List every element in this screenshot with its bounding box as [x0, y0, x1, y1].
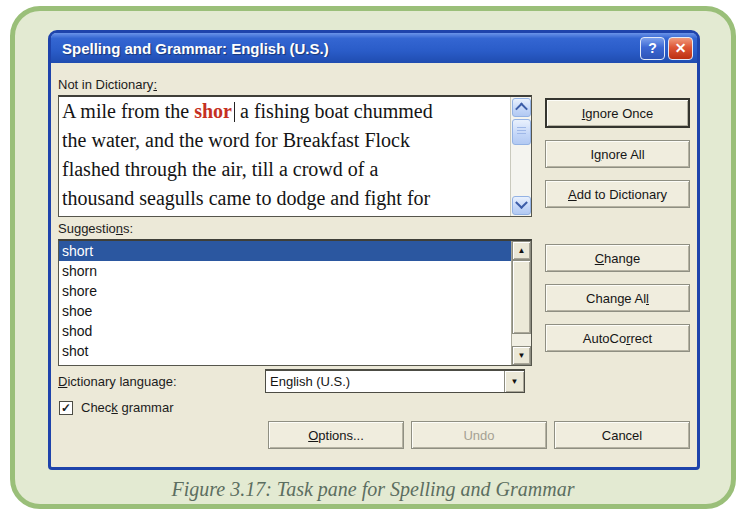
add-to-dictionary-button[interactable]: Add to Dictionary — [545, 180, 690, 208]
text-line: the water, and the word for Breakfast Fl… — [62, 126, 508, 155]
close-icon: ✕ — [675, 40, 687, 56]
suggestions-listbox: short shorn shore shoe shod shot ▲ ▼ — [58, 239, 532, 366]
suggestions-scrollbar[interactable]: ▲ ▼ — [511, 241, 531, 365]
cancel-button[interactable]: Cancel — [554, 421, 690, 449]
dropdown-button[interactable]: ▼ — [504, 371, 524, 392]
misspelled-word: shor — [194, 100, 232, 122]
change-button[interactable]: Change — [545, 244, 690, 272]
options-button[interactable]: Options... — [268, 421, 404, 449]
list-item[interactable]: short — [59, 241, 511, 261]
text-line: A mile from the shor a fishing boat chum… — [62, 97, 508, 126]
autocorrect-button[interactable]: AutoCorrect — [545, 324, 690, 352]
list-item[interactable]: shorn — [59, 261, 511, 281]
checkmark-icon: ✓ — [61, 402, 71, 414]
textbox-scrollbar[interactable] — [510, 97, 531, 216]
scroll-up-button[interactable] — [512, 98, 531, 117]
figure-caption: Figure 3.17: Task pane for Spelling and … — [15, 478, 731, 501]
scrollbar-thumb[interactable] — [512, 260, 531, 334]
undo-button: Undo — [411, 421, 547, 449]
suggestions-label: Suggestions: — [58, 221, 133, 236]
ignore-all-button[interactable]: Ignore All — [545, 140, 690, 168]
triangle-down-icon: ▼ — [518, 351, 526, 360]
scroll-down-button[interactable] — [512, 196, 531, 215]
textbox-content: A mile from the shor a fishing boat chum… — [59, 97, 510, 216]
scroll-up-button[interactable]: ▲ — [512, 241, 531, 260]
help-button[interactable]: ? — [640, 37, 665, 60]
ignore-once-button[interactable]: Ignore Once — [545, 98, 690, 128]
dialog-body: Not in Dictionary: A mile from the shor … — [51, 63, 697, 467]
text-line: flashed through the air, till a crowd of… — [62, 155, 508, 184]
change-all-button[interactable]: Change All — [545, 284, 690, 312]
list-item[interactable]: shore — [59, 281, 511, 301]
text-line: thousand seagulls came to dodge and figh… — [62, 184, 508, 213]
list-item[interactable]: shoe — [59, 301, 511, 321]
help-icon: ? — [648, 40, 657, 56]
triangle-down-icon: ▼ — [511, 377, 519, 386]
scrollbar-thumb[interactable] — [512, 119, 531, 145]
dictionary-language-label: Dictionary language: — [58, 374, 177, 389]
close-button[interactable]: ✕ — [668, 37, 693, 60]
dialog-title: Spelling and Grammar: English (U.S.) — [62, 40, 637, 57]
scroll-down-button[interactable]: ▼ — [512, 346, 531, 365]
list-item[interactable]: shod — [59, 321, 511, 341]
dialog-titlebar[interactable]: Spelling and Grammar: English (U.S.) ? ✕ — [51, 33, 697, 63]
not-in-dictionary-textbox[interactable]: A mile from the shor a fishing boat chum… — [58, 95, 532, 217]
check-grammar-row: ✓ Check grammar — [59, 400, 173, 415]
dropdown-selected-value: English (U.S.) — [266, 371, 504, 392]
triangle-up-icon: ▲ — [518, 246, 526, 255]
spelling-grammar-dialog: Spelling and Grammar: English (U.S.) ? ✕… — [48, 30, 700, 470]
check-grammar-checkbox[interactable]: ✓ — [59, 401, 73, 415]
chevron-down-icon — [515, 196, 528, 209]
list-item[interactable]: shot — [59, 341, 511, 361]
chevron-up-icon — [515, 103, 528, 116]
check-grammar-label: Check grammar — [81, 400, 173, 415]
figure-frame: Spelling and Grammar: English (U.S.) ? ✕… — [10, 6, 736, 509]
suggestions-rows: short shorn shore shoe shod shot — [59, 241, 511, 365]
dictionary-language-dropdown[interactable]: English (U.S.) ▼ — [265, 369, 525, 393]
not-in-dictionary-label: Not in Dictionary: — [58, 77, 157, 92]
